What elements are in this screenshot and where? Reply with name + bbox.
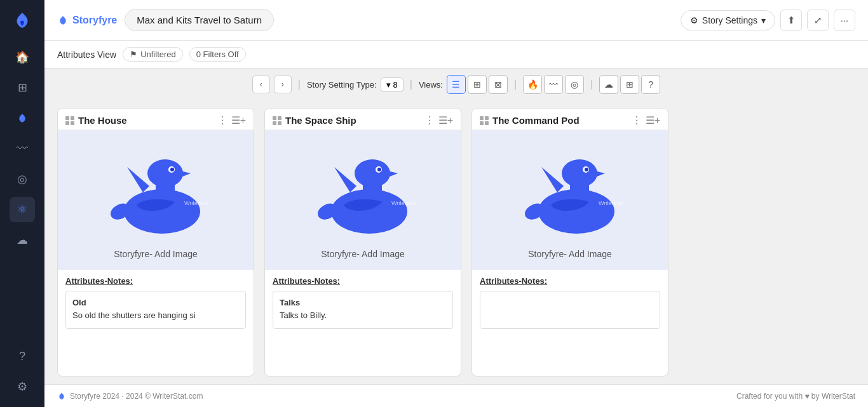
separator-3: | (514, 79, 517, 90)
card-grid-icon-1 (65, 116, 74, 125)
footer-flame-icon (57, 392, 66, 401)
unfiltered-button[interactable]: ⚑ Unfiltered (123, 47, 183, 62)
card-3-dragon-svg: Writerstat (506, 142, 634, 243)
svg-point-10 (377, 168, 381, 171)
header: Storyfyre Max and Kits Travel to Saturn … (44, 0, 868, 41)
story-type-count: 8 (393, 80, 398, 90)
card-the-command-pod: The Command Pod ⋮ ☰+ (471, 108, 668, 377)
cards-area: The House ⋮ ☰+ (44, 100, 868, 384)
card-the-house: The House ⋮ ☰+ (57, 108, 254, 377)
card-3-add-icon[interactable]: ☰+ (646, 116, 660, 126)
svg-point-8 (355, 159, 390, 187)
card-title-1: The House (65, 115, 127, 126)
circle-view-button[interactable]: ◎ (565, 75, 584, 94)
card-3-image-label: Storyfyre- Add Image (528, 248, 612, 259)
footer-left-text: Storyfyre 2024 · 2024 © WriterStat.com (70, 392, 203, 401)
card-1-body: Attributes-Notes: Old So old the shutter… (58, 270, 254, 335)
svg-point-4 (170, 168, 174, 171)
card-1-dragon-svg: Writerstat (92, 142, 219, 243)
separator-2: | (410, 79, 412, 90)
story-settings-icon: ⚙ (690, 15, 698, 25)
card-1-note-title: Old (72, 297, 239, 309)
fire-view-button[interactable]: 🔥 (523, 75, 542, 94)
svg-point-16 (585, 168, 588, 171)
card-2-image-label: Storyfyre- Add Image (321, 248, 405, 259)
card-1-notes-box[interactable]: Old So old the shutters are hanging si (65, 291, 246, 329)
card-2-more-icon[interactable]: ⋮ (424, 116, 435, 126)
waves-view-button[interactable]: 〰 (544, 75, 563, 94)
sidebar-item-cloud[interactable]: ☁ (10, 227, 35, 253)
story-setting-type-label: Story Setting Type: (307, 80, 377, 90)
card-title-3: The Command Pod (480, 115, 580, 126)
sub-header: Attributes View ⚑ Unfiltered 0 Filters O… (44, 41, 868, 69)
sidebar-item-waves[interactable]: 〰 (10, 136, 35, 161)
sidebar-item-grid[interactable]: ⊞ (10, 75, 35, 100)
footer: Storyfyre 2024 · 2024 © WriterStat.com C… (44, 384, 868, 407)
card-3-title-text: The Command Pod (492, 115, 580, 126)
more-options-button[interactable]: ··· (834, 10, 855, 31)
sidebar-item-help[interactable]: ? (10, 344, 35, 369)
card-header-1: The House ⋮ ☰+ (58, 109, 254, 130)
sidebar: 🏠 ⊞ 〰 ◎ ⚛ ☁ ? ⚙ (0, 0, 44, 407)
card-header-2: The Space Ship ⋮ ☰+ (265, 109, 461, 130)
card-1-more-icon[interactable]: ⋮ (217, 116, 227, 126)
card-3-more-icon[interactable]: ⋮ (632, 116, 642, 126)
sidebar-item-target[interactable]: ◎ (10, 166, 35, 192)
expand-button[interactable]: ⤢ (807, 10, 829, 31)
sidebar-item-home[interactable]: 🏠 (10, 44, 35, 70)
card-1-title-text: The House (78, 115, 127, 126)
sidebar-item-network[interactable]: ⚛ (10, 197, 35, 222)
prev-button[interactable]: ‹ (252, 76, 270, 93)
filters-off-label: 0 Filters Off (196, 50, 239, 59)
story-settings-button[interactable]: ⚙ Story Settings ▾ (681, 10, 775, 30)
story-type-dropdown[interactable]: ▾ 8 (381, 77, 403, 92)
card-2-add-icon[interactable]: ☰+ (438, 116, 453, 126)
toolbar: ‹ › | Story Setting Type: ▾ 8 | Views: ☰… (44, 69, 868, 100)
separator-1: | (298, 79, 301, 90)
story-title[interactable]: Max and Kits Travel to Saturn (125, 9, 274, 31)
card-2-notes-box[interactable]: Talks Talks to Billy. (273, 291, 453, 329)
card-1-actions: ⋮ ☰+ (217, 116, 246, 126)
card-header-3: The Command Pod ⋮ ☰+ (472, 109, 668, 130)
story-type-arrow: ▾ (386, 80, 391, 90)
card-3-actions: ⋮ ☰+ (632, 116, 660, 126)
header-actions: ⚙ Story Settings ▾ ⬆ ⤢ ··· (681, 10, 855, 31)
list-view-button[interactable]: ☰ (447, 75, 466, 94)
card-2-image[interactable]: Writerstat Storyfyre- Add Image (265, 130, 461, 270)
brand-flame-icon (57, 15, 69, 26)
views-label: Views: (419, 80, 443, 90)
grid2-button[interactable]: ⊞ (620, 75, 639, 94)
header-brand: Storyfyre (57, 15, 117, 26)
footer-left: Storyfyre 2024 · 2024 © WriterStat.com (57, 392, 203, 401)
card-the-space-ship: The Space Ship ⋮ ☰+ (264, 108, 461, 377)
card-3-notes-box[interactable] (480, 291, 660, 329)
card-3-body: Attributes-Notes: (472, 270, 668, 335)
card-1-notes-label: Attributes-Notes: (65, 276, 246, 286)
footer-right-text: Crafted for you with ♥ by WriterStat (736, 392, 855, 401)
card-1-image[interactable]: Writerstat Storyfyre- Add Image (58, 130, 254, 270)
cloud-button[interactable]: ☁ (599, 75, 618, 94)
sidebar-item-flame[interactable] (10, 105, 35, 131)
card-1-image-label: Storyfyre- Add Image (114, 248, 198, 259)
card-2-dragon-svg: Writerstat (299, 142, 426, 243)
card-3-image[interactable]: Writerstat Storyfyre- Add Image (472, 130, 668, 270)
extra-buttons-2: ☁ ⊞ ? (599, 75, 660, 94)
filter-label: Unfiltered (140, 50, 176, 59)
filter-icon: ⚑ (130, 50, 137, 59)
export-button[interactable]: ⬆ (780, 10, 802, 31)
sidebar-logo[interactable] (10, 8, 35, 33)
next-button[interactable]: › (274, 76, 292, 93)
card-grid-icon-2 (273, 116, 281, 125)
sidebar-item-settings[interactable]: ⚙ (10, 374, 35, 399)
split-view-button[interactable]: ⊠ (489, 75, 508, 94)
filters-off-button[interactable]: 0 Filters Off (189, 47, 246, 62)
card-2-body: Attributes-Notes: Talks Talks to Billy. (265, 270, 461, 335)
card-2-note-title: Talks (280, 297, 446, 309)
card-2-note-body: Talks to Billy. (280, 309, 446, 322)
grid-view-button[interactable]: ⊞ (468, 75, 487, 94)
card-1-add-icon[interactable]: ☰+ (231, 116, 246, 126)
card-2-title-text: The Space Ship (285, 115, 356, 126)
card-1-note-body: So old the shutters are hanging si (72, 309, 239, 322)
help-button[interactable]: ? (641, 75, 660, 94)
svg-point-2 (147, 159, 183, 187)
